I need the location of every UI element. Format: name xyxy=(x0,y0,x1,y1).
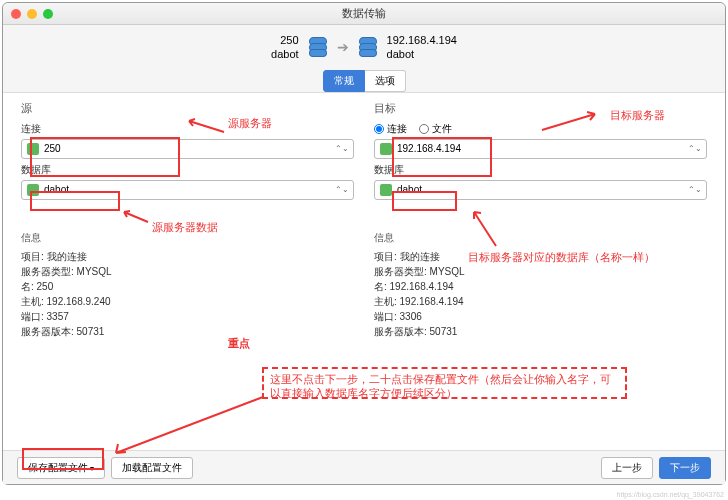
database-small-icon xyxy=(380,184,392,196)
target-conn-select[interactable]: 192.168.4.194 xyxy=(374,139,707,159)
body: 源 连接 250 数据库 dabot 信息 项目: 我的连接 服务器类型: MY… xyxy=(3,93,725,450)
source-column: 源 连接 250 数据库 dabot 信息 项目: 我的连接 服务器类型: MY… xyxy=(21,93,354,450)
info-line: 项目: 我的连接 xyxy=(374,249,707,264)
arrow-right-icon: ➔ xyxy=(337,39,349,55)
source-db-select[interactable]: dabot xyxy=(21,180,354,200)
target-column: 目标 连接 文件 192.168.4.194 数据库 dabot 信息 项目: … xyxy=(374,93,707,450)
info-line: 服务器类型: MYSQL xyxy=(374,264,707,279)
source-ip: 250 xyxy=(271,33,299,47)
titlebar: 数据传输 xyxy=(3,3,725,25)
source-summary: 250 dabot xyxy=(271,33,299,62)
target-info: 信息 项目: 我的连接 服务器类型: MYSQL 名: 192.168.4.19… xyxy=(374,230,707,339)
info-line: 名: 250 xyxy=(21,279,354,294)
source-info: 信息 项目: 我的连接 服务器类型: MYSQL 名: 250 主机: 192.… xyxy=(21,230,354,339)
tab-general[interactable]: 常规 xyxy=(323,70,365,92)
database-small-icon xyxy=(27,184,39,196)
info-line: 主机: 192.168.4.194 xyxy=(374,294,707,309)
radio-file[interactable]: 文件 xyxy=(419,122,452,136)
target-db: dabot xyxy=(387,47,457,61)
database-icon xyxy=(309,37,327,57)
tabs: 常规 选项 xyxy=(3,70,725,92)
target-summary: 192.168.4.194 dabot xyxy=(387,33,457,62)
target-db-select[interactable]: dabot xyxy=(374,180,707,200)
database-icon xyxy=(359,37,377,57)
target-title: 目标 xyxy=(374,101,707,116)
radio-input[interactable] xyxy=(419,124,429,134)
source-title: 源 xyxy=(21,101,354,116)
info-line: 名: 192.168.4.194 xyxy=(374,279,707,294)
info-title: 信息 xyxy=(21,230,354,245)
source-db-label: 数据库 xyxy=(21,163,354,177)
window-title: 数据传输 xyxy=(3,6,725,21)
server-icon xyxy=(380,143,392,155)
prev-button[interactable]: 上一步 xyxy=(601,457,653,479)
source-conn-select[interactable]: 250 xyxy=(21,139,354,159)
tab-options[interactable]: 选项 xyxy=(365,70,406,92)
info-line: 端口: 3357 xyxy=(21,309,354,324)
target-db-value: dabot xyxy=(397,184,422,195)
server-icon xyxy=(27,143,39,155)
header: 250 dabot ➔ 192.168.4.194 dabot 常规 选项 xyxy=(3,25,725,93)
source-conn-value: 250 xyxy=(44,143,61,154)
target-ip: 192.168.4.194 xyxy=(387,33,457,47)
info-line: 端口: 3306 xyxy=(374,309,707,324)
info-line: 服务器版本: 50731 xyxy=(21,324,354,339)
watermark: https://blog.csdn.net/qq_39043762 xyxy=(617,491,724,498)
radio-connection[interactable]: 连接 xyxy=(374,122,407,136)
source-conn-label: 连接 xyxy=(21,122,354,136)
target-conn-value: 192.168.4.194 xyxy=(397,143,461,154)
footer: 保存配置文件 加载配置文件 上一步 下一步 xyxy=(3,450,725,484)
dialog-window: 数据传输 250 dabot ➔ 192.168.4.194 dabot 常规 … xyxy=(2,2,726,485)
source-db: dabot xyxy=(271,47,299,61)
target-mode-radios: 连接 文件 xyxy=(374,122,707,136)
info-line: 主机: 192.168.9.240 xyxy=(21,294,354,309)
save-profile-button[interactable]: 保存配置文件 xyxy=(17,457,105,479)
target-db-label: 数据库 xyxy=(374,163,707,177)
info-title: 信息 xyxy=(374,230,707,245)
source-db-value: dabot xyxy=(44,184,69,195)
radio-input[interactable] xyxy=(374,124,384,134)
load-profile-button[interactable]: 加载配置文件 xyxy=(111,457,193,479)
next-button[interactable]: 下一步 xyxy=(659,457,711,479)
transfer-summary: 250 dabot ➔ 192.168.4.194 dabot xyxy=(3,33,725,70)
info-line: 服务器类型: MYSQL xyxy=(21,264,354,279)
info-line: 项目: 我的连接 xyxy=(21,249,354,264)
info-line: 服务器版本: 50731 xyxy=(374,324,707,339)
